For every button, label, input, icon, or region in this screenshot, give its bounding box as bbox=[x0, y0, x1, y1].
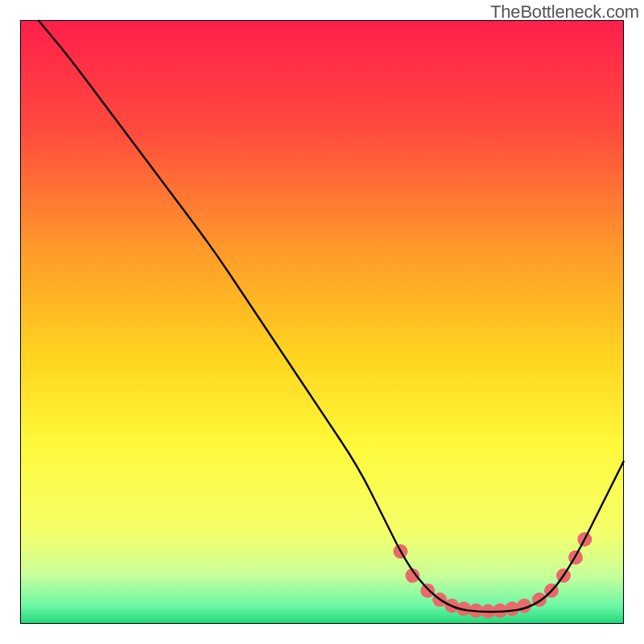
bottleneck-chart bbox=[0, 0, 644, 644]
chart-frame: TheBottleneck.com bbox=[0, 0, 644, 644]
marker-dot bbox=[505, 601, 519, 616]
marker-dot bbox=[420, 584, 435, 598]
watermark-text: TheBottleneck.com bbox=[490, 2, 639, 23]
chart-background bbox=[20, 20, 624, 624]
